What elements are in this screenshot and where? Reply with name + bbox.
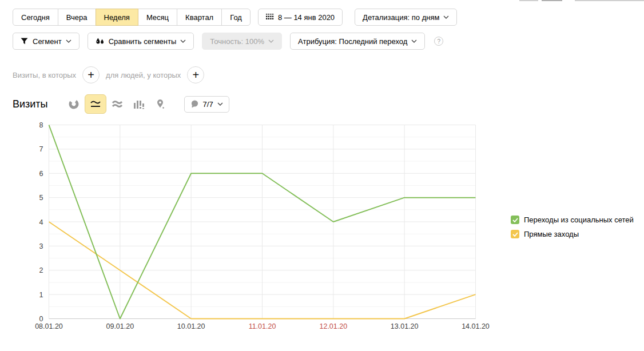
calendar-grid-icon [266,14,274,21]
svg-text:7: 7 [39,145,43,153]
segment-label: Сегмент [33,37,62,46]
legend-checkbox[interactable] [511,216,519,224]
droplets-icon [96,38,105,45]
period-button[interactable]: Вчера [58,9,96,26]
line-chart-button[interactable] [85,94,106,114]
granularity-label: Детализация: по дням [363,13,439,22]
map-pin-icon [156,99,166,109]
svg-text:6: 6 [39,170,43,178]
chevron-down-icon [411,39,417,43]
legend-checkbox[interactable] [511,230,519,238]
legend-label: Переходы из социальных сетей [524,216,634,224]
svg-text:4: 4 [39,218,43,226]
add-visits-condition-button[interactable]: + [82,66,100,83]
help-icon[interactable]: ? [434,37,443,46]
cropped-header-element [542,0,562,1]
line-chart-icon [90,99,101,109]
compare-segments-dropdown[interactable]: Сравнить сегменты [88,33,194,50]
period-switcher: СегодняВчераНеделяМесяцКварталГод [13,9,251,26]
visits-chart: 01234567808.01.2009.01.2010.01.2011.01.2… [0,114,503,340]
funnel-icon [21,38,29,45]
pie-chart-icon [69,99,79,109]
stacked-areas-icon [112,99,123,109]
attribution-label: Атрибуция: Последний переход [298,37,407,46]
svg-text:8: 8 [39,121,43,129]
stacked-areas-button[interactable] [106,94,128,114]
compare-segments-label: Сравнить сегменты [109,37,177,46]
date-range-label: 8 — 14 янв 2020 [278,13,335,22]
accuracy-dropdown[interactable]: Точность: 100% [202,33,282,50]
add-people-condition-button[interactable]: + [187,66,204,83]
period-button[interactable]: Месяц [138,9,177,26]
period-button[interactable]: Квартал [177,9,222,26]
chevron-down-icon [217,102,223,106]
accuracy-label: Точность: 100% [210,37,264,46]
svg-text:12.01.20: 12.01.20 [319,322,347,330]
annotations-count: 7/7 [203,100,213,109]
cropped-header-element [575,0,644,1]
legend-label: Прямые заходы [524,230,579,238]
svg-text:14.01.20: 14.01.20 [462,322,490,330]
chevron-down-icon [66,39,71,43]
svg-text:2: 2 [39,266,43,274]
columns-chart-button[interactable] [128,94,150,114]
svg-text:13.01.20: 13.01.20 [391,322,419,330]
svg-text:11.01.20: 11.01.20 [249,322,276,330]
people-condition-label: для людей, у которых [106,71,181,79]
svg-text:09.01.20: 09.01.20 [106,322,134,330]
visits-condition-label: Визиты, в которых [13,71,76,79]
chart-legend: Переходы из социальных сетейПрямые заход… [511,216,634,244]
svg-text:3: 3 [39,242,43,250]
map-view-button[interactable] [150,94,172,114]
svg-text:08.01.20: 08.01.20 [35,322,63,330]
date-range-button[interactable]: 8 — 14 янв 2020 [258,9,343,26]
svg-text:5: 5 [39,194,43,202]
svg-text:1: 1 [39,291,43,299]
columns-chart-icon [133,99,144,109]
pie-chart-button[interactable] [63,94,85,114]
legend-item: Переходы из социальных сетей [511,216,634,224]
chevron-down-icon [180,39,186,43]
attribution-dropdown[interactable]: Атрибуция: Последний переход [290,33,425,50]
period-button[interactable]: Сегодня [13,9,58,26]
cropped-header-element [519,0,538,1]
chevron-down-icon [443,15,449,19]
period-button[interactable]: Год [221,9,251,26]
chevron-down-icon [268,39,274,43]
period-button[interactable]: Неделя [96,9,138,26]
granularity-dropdown[interactable]: Детализация: по дням [355,9,457,26]
segment-dropdown[interactable]: Сегмент [13,33,79,50]
svg-text:10.01.20: 10.01.20 [177,322,205,330]
legend-item: Прямые заходы [511,230,634,238]
annotations-dropdown[interactable]: 7/7 [184,96,229,113]
chart-title: Визиты [13,98,48,110]
comment-icon [190,100,199,108]
